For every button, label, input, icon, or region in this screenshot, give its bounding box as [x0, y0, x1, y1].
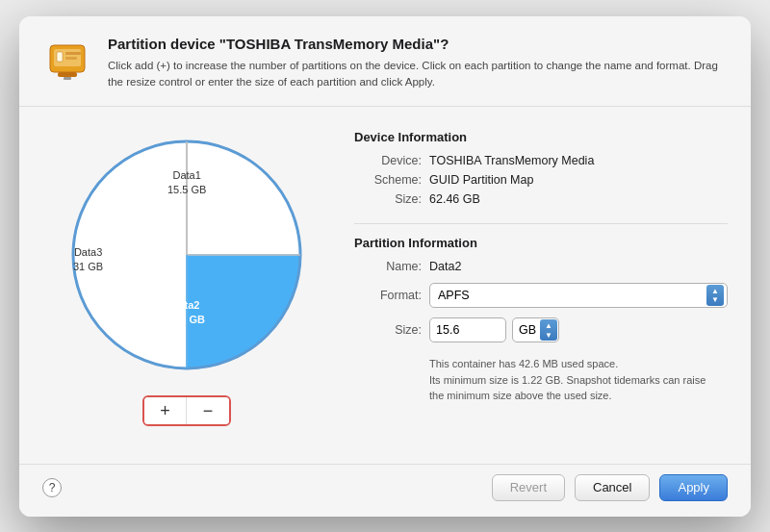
svg-rect-3	[65, 52, 81, 55]
size-info-note: This container has 42.6 MB used space. I…	[429, 356, 728, 404]
footer-right: Revert Cancel Apply	[492, 474, 728, 501]
dialog-content: Data1 15.5 GB Data3 31 GB Data2 15.6 GB …	[19, 107, 751, 464]
data3-label: Data3 31 GB	[73, 245, 103, 275]
device-value: TOSHIBA TransMemory Media	[429, 154, 594, 167]
data1-label: Data1 15.5 GB	[167, 168, 206, 198]
size-value: 62.46 GB	[429, 192, 480, 206]
partition-size-input[interactable]	[429, 317, 506, 342]
drive-icon	[42, 36, 92, 86]
svg-rect-6	[64, 77, 71, 80]
data2-label: Data2 15.6 GB	[166, 298, 205, 328]
partition-size-row: Size: GB MB TB ▲ ▼	[354, 317, 728, 342]
device-label: Device:	[354, 154, 422, 167]
format-row: Format: APFS Mac OS Extended (Journaled)…	[354, 283, 728, 308]
divider	[354, 223, 728, 224]
remove-partition-button[interactable]: −	[187, 397, 229, 424]
cancel-button[interactable]: Cancel	[575, 474, 650, 501]
dialog-title: Partition device "TOSHIBA TransMemory Me…	[108, 36, 728, 52]
format-select[interactable]: APFS Mac OS Extended (Journaled) ExFAT M…	[429, 283, 728, 308]
format-field-label: Format:	[354, 289, 422, 302]
partition-dialog: Partition device "TOSHIBA TransMemory Me…	[19, 16, 751, 517]
right-panel: Device Information Device: TOSHIBA Trans…	[354, 122, 728, 448]
svg-rect-5	[58, 72, 77, 77]
name-field-label: Name:	[354, 260, 422, 273]
header-text-block: Partition device "TOSHIBA TransMemory Me…	[108, 36, 728, 91]
apply-button[interactable]: Apply	[659, 474, 728, 501]
dialog-header: Partition device "TOSHIBA TransMemory Me…	[19, 16, 751, 108]
partition-section-title: Partition Information	[354, 236, 728, 250]
dialog-footer: ? Revert Cancel Apply	[19, 464, 751, 517]
left-panel: Data1 15.5 GB Data3 31 GB Data2 15.6 GB …	[42, 122, 331, 448]
name-row: Name: Data2	[354, 260, 728, 273]
add-remove-bar: + −	[142, 395, 231, 426]
footer-left: ?	[42, 478, 62, 497]
size-unit-wrapper: GB MB TB ▲ ▼	[512, 317, 559, 342]
size-unit-select[interactable]: GB MB TB	[512, 317, 559, 342]
scheme-value: GUID Partition Map	[429, 173, 533, 187]
scheme-row: Scheme: GUID Partition Map	[354, 173, 728, 187]
device-section-title: Device Information	[354, 130, 728, 144]
size-label: Size:	[354, 192, 422, 206]
device-row: Device: TOSHIBA TransMemory Media	[354, 154, 728, 167]
format-select-wrapper: APFS Mac OS Extended (Journaled) ExFAT M…	[429, 283, 728, 308]
help-button[interactable]: ?	[42, 478, 62, 497]
name-field-value: Data2	[429, 260, 461, 273]
size-row: Size: 62.46 GB	[354, 192, 728, 206]
dialog-description: Click add (+) to increase the number of …	[108, 58, 728, 91]
revert-button[interactable]: Revert	[492, 474, 565, 501]
svg-rect-4	[65, 57, 77, 60]
pie-chart: Data1 15.5 GB Data3 31 GB Data2 15.6 GB	[62, 130, 312, 380]
scheme-label: Scheme:	[354, 173, 422, 187]
svg-rect-2	[57, 52, 63, 62]
add-partition-button[interactable]: +	[144, 397, 187, 424]
partition-size-label: Size:	[354, 323, 422, 337]
